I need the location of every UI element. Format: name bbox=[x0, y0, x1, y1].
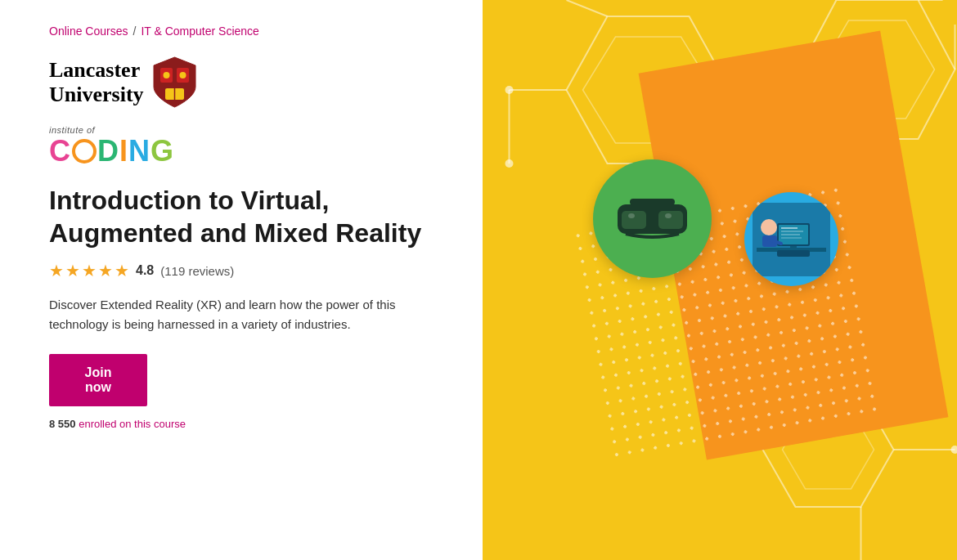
enrolled-link[interactable]: enrolled on this course bbox=[79, 418, 186, 430]
svg-rect-27 bbox=[646, 213, 658, 227]
rating-value: 4.8 bbox=[136, 263, 154, 278]
vr-headset-icon bbox=[613, 195, 691, 244]
vr-headset-circle bbox=[593, 159, 712, 278]
svg-rect-26 bbox=[658, 211, 683, 229]
course-description: Discover Extended Reality (XR) and learn… bbox=[49, 295, 434, 334]
university-logo: Lancaster University bbox=[49, 56, 434, 109]
svg-point-29 bbox=[665, 213, 672, 218]
star-1: ★ bbox=[49, 261, 64, 280]
university-name: Lancaster University bbox=[49, 58, 144, 107]
breadcrumb-online-courses[interactable]: Online Courses bbox=[49, 25, 128, 38]
svg-point-5 bbox=[179, 72, 186, 78]
svg-line-10 bbox=[567, 0, 608, 16]
star-4: ★ bbox=[98, 261, 113, 280]
star-3: ★ bbox=[82, 261, 97, 280]
coding-i: I bbox=[119, 137, 128, 166]
svg-rect-25 bbox=[622, 211, 646, 229]
rating-reviews: (119 reviews) bbox=[160, 264, 234, 278]
course-title: Introduction to Virtual, Augmented and M… bbox=[49, 184, 434, 249]
right-panel bbox=[483, 0, 957, 560]
coding-logo-text: C D I N G bbox=[49, 137, 434, 166]
star-2: ★ bbox=[65, 261, 80, 280]
page-container: Online Courses / IT & Computer Science L… bbox=[0, 0, 957, 560]
university-name-text: Lancaster University bbox=[49, 58, 144, 107]
coding-g: G bbox=[151, 137, 174, 166]
coding-n: N bbox=[128, 137, 151, 166]
svg-point-39 bbox=[761, 219, 777, 235]
svg-point-28 bbox=[628, 213, 635, 218]
institute-of-coding-logo: institute of C D I N G bbox=[49, 125, 434, 166]
svg-rect-42 bbox=[777, 250, 810, 257]
svg-rect-24 bbox=[630, 199, 675, 205]
left-panel: Online Courses / IT & Computer Science L… bbox=[0, 0, 483, 560]
star-5: ★ bbox=[115, 261, 129, 280]
coding-c: C bbox=[49, 137, 71, 166]
enrolled-info: 8 550 enrolled on this course bbox=[49, 418, 434, 430]
university-shield-icon bbox=[152, 56, 197, 109]
join-now-button[interactable]: Join now bbox=[49, 354, 147, 406]
person-computer-icon bbox=[753, 203, 830, 276]
svg-point-20 bbox=[951, 446, 958, 454]
enrolled-text: enrolled on this course bbox=[79, 418, 186, 430]
breadcrumb-separator: / bbox=[133, 25, 137, 38]
person-tech-circle bbox=[744, 192, 838, 286]
rating-row: ★ ★ ★ ★ ★ 4.8 (119 reviews) bbox=[49, 261, 434, 280]
svg-point-12 bbox=[505, 159, 514, 168]
stars: ★ ★ ★ ★ ★ bbox=[49, 261, 129, 280]
breadcrumb-category[interactable]: IT & Computer Science bbox=[141, 25, 258, 38]
breadcrumb: Online Courses / IT & Computer Science bbox=[49, 25, 434, 38]
svg-point-11 bbox=[505, 86, 514, 94]
coding-d: D bbox=[97, 137, 119, 166]
enrolled-count: 8 550 bbox=[49, 418, 76, 430]
svg-point-4 bbox=[163, 72, 169, 78]
svg-rect-38 bbox=[790, 246, 797, 249]
coding-o bbox=[72, 139, 97, 164]
